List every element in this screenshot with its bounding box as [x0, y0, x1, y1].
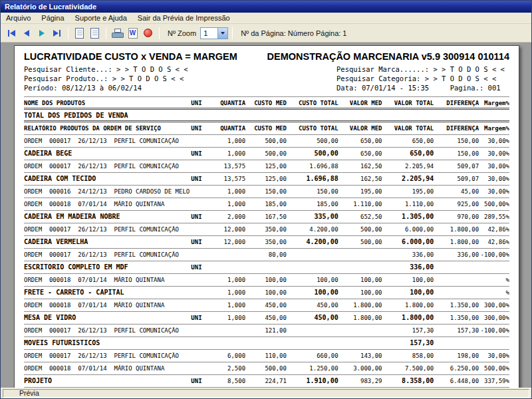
preview-page[interactable]: LUCRATIVIDADE CUSTO x VENDA = MARGEM DEM… — [14, 45, 519, 388]
last-page-button[interactable] — [50, 27, 64, 40]
zoom-select[interactable]: 1 — [200, 27, 228, 39]
close-preview-button[interactable] — [141, 27, 155, 40]
table-cell: 7.500,00 — [382, 362, 434, 374]
table-cell: 925,00 — [434, 198, 479, 210]
table-cell: 509,07 — [434, 160, 479, 172]
table-cell — [208, 110, 245, 120]
table-cell — [191, 198, 208, 210]
table-cell: 500,00% — [479, 362, 509, 374]
table-cell — [434, 261, 479, 273]
table-cell: 150,00 — [287, 186, 338, 198]
toolbar-separator — [68, 27, 68, 39]
table-cell: 143,00 — [338, 350, 382, 362]
preview-workspace: LUCRATIVIDADE CUSTO x VENDA = MARGEM DEM… — [1, 43, 531, 388]
table-cell: 1,000 — [208, 135, 245, 147]
one-page-view-button[interactable] — [72, 27, 86, 40]
table-cell: TOTAL DOS PEDIDOS DE VENDA — [24, 110, 191, 120]
previous-page-button[interactable] — [19, 27, 33, 40]
table-cell: CUSTO TOTAL — [287, 122, 338, 134]
titlebar: Relatório de Lucratividade — [1, 1, 531, 13]
table-cell — [191, 337, 208, 349]
table-cell: 100,00 — [382, 274, 434, 286]
table-cell: NOME DOS PRODUTOS — [24, 97, 191, 108]
table-cell: 1.350,00 — [434, 299, 479, 311]
toolbar: W Nº Zoom 1 Nº da Página: Número Página:… — [1, 24, 531, 43]
table-cell: 100,00 — [245, 274, 287, 286]
menu-sair-da-previa[interactable]: Sair da Prévia de Impressão — [132, 13, 235, 23]
two-page-view-button[interactable] — [88, 27, 102, 40]
table-row: MESA DE VIDROUNI1,000450,00450,001.800,0… — [24, 312, 509, 325]
table-cell: UNI — [191, 236, 208, 248]
report-date-page: Data: 07/01/14 - 15:35 Pagina.: 001 — [336, 83, 509, 92]
table-cell: 157,30 — [434, 325, 479, 336]
table-cell — [208, 249, 245, 261]
table-cell: MOVEIS FUTURISTICOS — [24, 337, 191, 349]
table-cell: 45,00 — [434, 186, 479, 198]
table-row: ORDEM 000017 26/12/13 PERFIL COMUNICAÇÃO… — [24, 325, 509, 337]
table-cell: 652,50 — [338, 211, 382, 223]
table-header-row: NOME DOS PRODUTOSUNIQUANTIACUSTO MEDCUST… — [24, 97, 509, 110]
printer-icon — [112, 29, 124, 38]
previous-page-icon — [24, 30, 29, 37]
table-cell: 2,000 — [208, 211, 245, 223]
table-cell: 1.250,00 — [287, 362, 338, 374]
table-cell: 450,00 — [245, 312, 287, 324]
table-cell: QUANTIA — [208, 97, 245, 108]
zoom-value: 1 — [201, 28, 217, 39]
table-cell: 157,30 — [382, 337, 434, 349]
table-cell: VALOR TOTAL — [382, 122, 434, 134]
multi-page-icon — [90, 28, 99, 39]
table-cell: 1,000 — [208, 198, 245, 210]
table-row: ORDEM 000017 26/12/13 PERFIL COMUNICAÇÃO… — [24, 135, 509, 148]
table-cell: CADEIRA VERMELHA — [24, 236, 191, 248]
table-cell — [191, 325, 208, 336]
menu-pagina[interactable]: Página — [36, 13, 69, 23]
table-cell: 1,000 — [208, 299, 245, 311]
table-cell: 8.358,00 — [382, 375, 434, 387]
table-row: ORDEM 000018 07/01/14 MÁRIO QUINTANA1,00… — [24, 198, 509, 211]
export-word-button[interactable]: W — [126, 27, 140, 40]
first-page-icon — [8, 30, 9, 37]
next-page-button[interactable] — [35, 27, 49, 40]
zoom-label: Nº Zoom — [168, 29, 196, 37]
table-cell — [287, 325, 338, 336]
table-cell: 150,00 — [434, 135, 479, 147]
menu-arquivo[interactable]: Arquivo — [1, 13, 36, 23]
table-cell: DIFERENÇA — [434, 122, 479, 134]
table-cell: 100,00 — [382, 287, 434, 299]
table-cell: 300,00% — [479, 312, 509, 324]
table-cell — [191, 362, 208, 374]
table-cell: 500,00 — [338, 236, 382, 248]
table-cell: ORDEM 000018 07/01/14 MÁRIO QUINTANA — [24, 299, 191, 311]
table-cell: 100,00 — [287, 287, 338, 299]
table-cell: 8,500 — [208, 375, 245, 387]
table-row: ORDEM 000018 07/01/14 MÁRIO QUINTANA1,00… — [24, 274, 509, 287]
table-cell: 2.205,94 — [382, 173, 434, 185]
filter-marca: Pesquisar Marca......: > > T O D O S < < — [336, 65, 509, 74]
table-cell: 195,00 — [382, 186, 434, 198]
menu-suporte-e-ajuda[interactable]: Suporte e Ajuda — [70, 13, 132, 23]
first-page-button[interactable] — [4, 27, 18, 40]
table-cell: ESCRITORIO COMPLETO EM MDF — [24, 261, 191, 273]
table-cell: 970,00 — [434, 211, 479, 223]
table-cell: UNI — [191, 122, 208, 134]
zoom-dropdown-button[interactable] — [217, 28, 227, 39]
table-cell: 185,00 — [245, 198, 287, 210]
table-cell: 100,00 — [287, 274, 338, 286]
single-page-icon — [75, 28, 84, 39]
table-cell: ORDEM 000017 26/12/13 PERFIL COMUNICAÇÃO — [24, 223, 191, 235]
table-cell — [208, 325, 245, 336]
table-cell: 30,00% — [479, 173, 509, 185]
print-button[interactable] — [110, 27, 124, 40]
table-cell: 198,00 — [434, 350, 479, 362]
table-cell — [338, 261, 382, 273]
table-cell: 224,71 — [245, 375, 287, 387]
window-title: Relatório de Lucratividade — [5, 3, 96, 11]
table-cell: 162,50 — [338, 173, 382, 185]
table-cell: 1,000 — [208, 312, 245, 324]
table-cell: VALOR MED — [338, 97, 382, 108]
table-cell: UNI — [191, 375, 208, 387]
table-cell: ORDEM 000018 07/01/14 MÁRIO QUINTANA — [24, 362, 191, 374]
table-row: ESCRITORIO COMPLETO EM MDFUNI336,00 — [24, 261, 509, 274]
table-cell: 1.350,00 — [434, 312, 479, 324]
